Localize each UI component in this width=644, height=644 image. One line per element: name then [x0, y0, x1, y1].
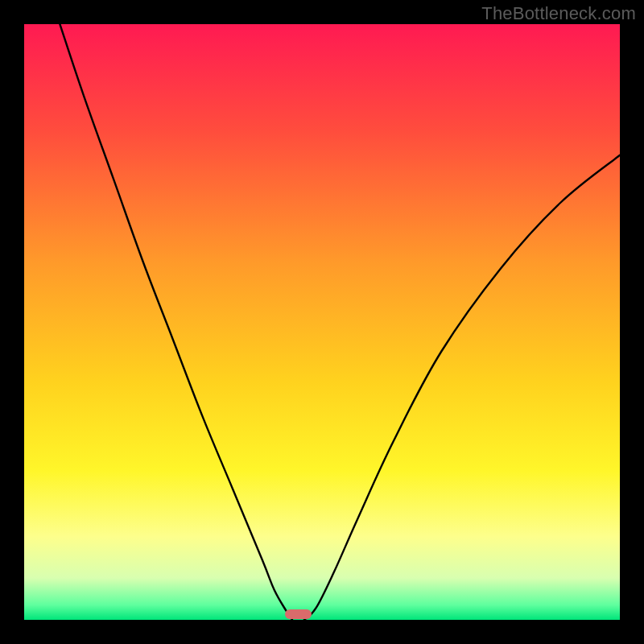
bottleneck-marker: [285, 609, 312, 619]
left-curve: [60, 24, 292, 620]
right-curve: [304, 155, 620, 620]
watermark-text: TheBottleneck.com: [481, 3, 636, 24]
plot-area: [24, 24, 620, 620]
chart-frame: TheBottleneck.com: [0, 0, 644, 644]
curve-layer: [24, 24, 620, 620]
